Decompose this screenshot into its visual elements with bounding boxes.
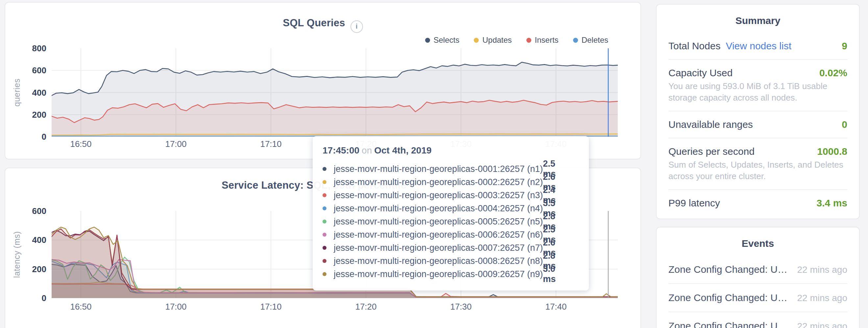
legend-item-deletes: Deletes (573, 35, 608, 45)
tooltip-row: jesse-movr-multi-region-georeplicas-0006… (322, 228, 579, 241)
tooltip-node-name: jesse-movr-multi-region-georeplicas-0007… (334, 243, 543, 253)
legend-dot (425, 38, 430, 43)
summary-title: Summary (669, 15, 847, 26)
series-dot (322, 206, 327, 210)
y-tick-label: 0 (42, 293, 46, 303)
summary-value: 0 (842, 119, 847, 130)
tooltip-on: on (362, 145, 372, 156)
event-time: 22 mins ago (797, 265, 847, 275)
cluster-overview-page: 800600400200016:5017:0017:1017:2017:3017… (0, 0, 868, 328)
tooltip-timestamp: 17:45:00onOct 4th, 2019 (322, 145, 579, 156)
summary-row-main: Unavailable ranges0 (669, 119, 847, 130)
legend-label: Inserts (535, 35, 559, 45)
series-dot (322, 220, 327, 224)
x-tick-label: 17:30 (450, 302, 471, 311)
summary-panel: Summary Total NodesView nodes list9Capac… (656, 4, 860, 219)
tooltip-node-name: jesse-movr-multi-region-georeplicas-0003… (334, 190, 543, 200)
summary-row-left: Unavailable ranges (669, 119, 753, 130)
tooltip-time: 17:45:00 (322, 145, 360, 156)
summary-value: 0.02% (819, 67, 847, 78)
tooltip-row: jesse-movr-multi-region-georeplicas-0008… (322, 254, 579, 267)
tooltip-node-value: 3.0 ms (543, 264, 570, 284)
x-tick-label: 17:10 (260, 139, 281, 149)
legend-item-inserts: Inserts (526, 35, 559, 45)
chart-tooltip: 17:45:00onOct 4th, 2019 jesse-movr-multi… (313, 136, 589, 291)
view-nodes-link[interactable]: View nodes list (725, 40, 792, 51)
x-tick-label: 16:50 (70, 139, 91, 149)
tooltip-node-name: jesse-movr-multi-region-georeplicas-0002… (334, 177, 543, 187)
y-axis-label: queries (12, 78, 21, 107)
y-tick-label: 800 (32, 43, 46, 53)
tooltip-node-name: jesse-movr-multi-region-georeplicas-0008… (334, 256, 543, 266)
x-tick-label: 17:00 (165, 302, 186, 311)
sql-queries-header: SQL Queriesi (5, 17, 641, 33)
y-tick-label: 400 (32, 88, 46, 98)
tooltip-date: Oct 4th, 2019 (374, 145, 431, 156)
y-tick-label: 200 (32, 264, 46, 274)
summary-row: Unavailable ranges0 (669, 111, 847, 138)
tooltip-node-name: jesse-movr-multi-region-georeplicas-0009… (334, 269, 543, 280)
y-tick-label: 600 (32, 206, 46, 216)
sql-queries-legend: SelectsUpdatesInsertsDeletes (411, 35, 609, 45)
event-text: Zone Config Changed: User… (669, 292, 790, 303)
event-text: Zone Config Changed: User… (669, 321, 790, 328)
summary-row-main: P99 latency3.4 ms (669, 198, 847, 209)
series-dot (322, 246, 327, 250)
tooltip-node-name: jesse-movr-multi-region-georeplicas-0006… (334, 230, 543, 240)
x-tick-label: 17:20 (355, 302, 376, 311)
series-dot (322, 193, 327, 197)
summary-label: P99 latency (669, 198, 720, 208)
y-tick-label: 0 (42, 132, 46, 142)
legend-item-selects: Selects (425, 35, 460, 45)
events-panel: Events Zone Config Changed: User…22 mins… (656, 227, 860, 328)
event-item[interactable]: Zone Config Changed: User…22 mins ago (669, 256, 847, 283)
summary-value: 3.4 ms (817, 198, 847, 209)
series-dot (322, 180, 327, 184)
summary-label: Unavailable ranges (669, 119, 753, 130)
y-tick-label: 600 (32, 65, 46, 75)
tooltip-node-name: jesse-movr-multi-region-georeplicas-0004… (334, 203, 543, 214)
tooltip-node-name: jesse-movr-multi-region-georeplicas-0005… (334, 217, 543, 227)
events-title: Events (669, 238, 847, 249)
summary-value: 1000.8 (817, 146, 847, 157)
event-item[interactable]: Zone Config Changed: User…22 mins ago (669, 311, 847, 328)
summary-label: Queries per second (669, 146, 754, 157)
tooltip-row: jesse-movr-multi-region-georeplicas-0007… (322, 241, 579, 254)
legend-dot (474, 38, 479, 43)
summary-row: Queries per second1000.8Sum of Selects, … (669, 138, 847, 189)
summary-row-left: P99 latency (669, 198, 720, 209)
summary-row: Capacity Used0.02%You are using 593.0 Mi… (669, 59, 847, 111)
summary-label: Capacity Used (669, 67, 733, 78)
summary-row-main: Total NodesView nodes list9 (669, 40, 847, 52)
summary-value: 9 (842, 40, 847, 52)
legend-label: Selects (434, 35, 460, 45)
tooltip-row: jesse-movr-multi-region-georeplicas-0001… (322, 162, 579, 175)
legend-label: Updates (482, 35, 512, 45)
summary-row: P99 latency3.4 ms (669, 189, 847, 216)
summary-label: Total Nodes (669, 40, 720, 51)
legend-item-updates: Updates (474, 35, 512, 45)
y-axis-label: latency (ms) (12, 231, 21, 278)
y-tick-label: 400 (32, 235, 46, 245)
summary-row-left: Queries per second (669, 146, 754, 157)
x-tick-label: 17:40 (545, 302, 566, 311)
summary-row-main: Capacity Used0.02% (669, 67, 847, 78)
info-icon[interactable]: i (350, 21, 363, 33)
event-time: 22 mins ago (797, 321, 847, 328)
summary-row-main: Queries per second1000.8 (669, 146, 847, 157)
series-dot (322, 272, 327, 276)
x-tick-label: 17:00 (165, 139, 186, 149)
series-dot (322, 259, 327, 263)
event-time: 22 mins ago (797, 293, 847, 303)
summary-row-left: Capacity Used (669, 67, 733, 78)
tooltip-row: jesse-movr-multi-region-georeplicas-0004… (322, 202, 579, 215)
tooltip-row: jesse-movr-multi-region-georeplicas-0005… (322, 215, 579, 228)
tooltip-row: jesse-movr-multi-region-georeplicas-0003… (322, 189, 579, 202)
series-dot (322, 167, 327, 171)
tooltip-rows: jesse-movr-multi-region-georeplicas-0001… (322, 162, 579, 281)
sql-queries-title: SQL Queries (283, 17, 345, 29)
x-tick-label: 17:10 (260, 302, 281, 311)
legend-dot (573, 38, 578, 43)
event-item[interactable]: Zone Config Changed: User…22 mins ago (669, 283, 847, 311)
tooltip-row: jesse-movr-multi-region-georeplicas-0002… (322, 175, 579, 189)
